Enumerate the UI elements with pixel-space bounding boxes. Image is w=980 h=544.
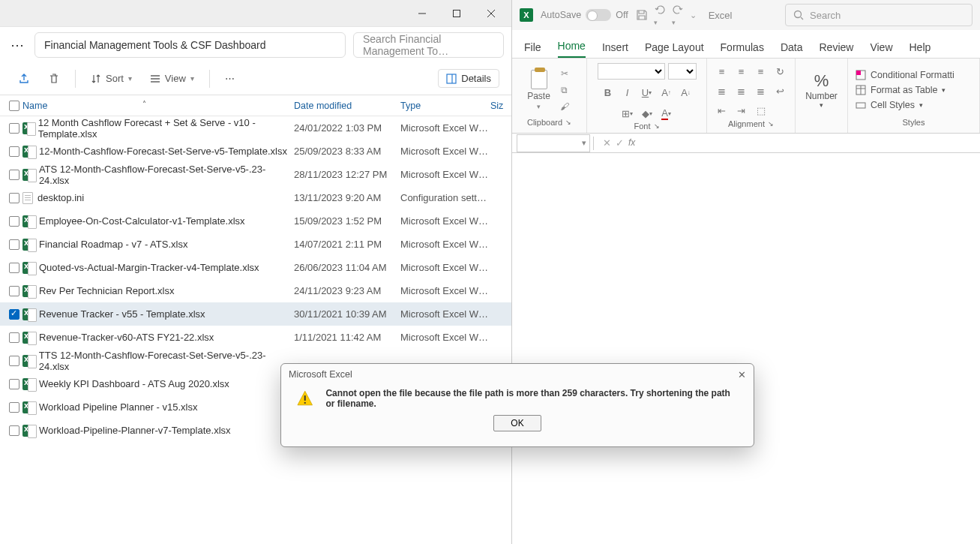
details-pane-button[interactable]: Details (438, 69, 499, 88)
ribbon-tab-view[interactable]: View (870, 41, 892, 58)
borders-button[interactable]: ⊞▾ (619, 105, 636, 122)
ribbon-tab-file[interactable]: File (524, 41, 541, 58)
align-bottom-icon[interactable]: ≡ (753, 63, 769, 80)
address-bar[interactable]: Financial Management Tools & CSF Dashboa… (34, 32, 346, 58)
column-name[interactable]: Name ˄ (22, 101, 294, 111)
font-color-button[interactable]: A▾ (658, 105, 675, 122)
select-all-checkbox[interactable] (6, 101, 22, 111)
name-box[interactable]: ▾ (517, 134, 590, 152)
share-button[interactable] (12, 70, 36, 88)
redo-icon[interactable]: ▾ (672, 4, 684, 27)
cut-icon[interactable]: ✂ (558, 68, 571, 79)
grow-font-button[interactable]: A↑ (658, 84, 675, 101)
italic-button[interactable]: I (619, 84, 636, 101)
column-type[interactable]: Type (400, 101, 490, 111)
file-row[interactable]: 12-Month-Cashflow-Forecast-Set-Serve-v5-… (0, 140, 511, 163)
row-checkbox[interactable] (6, 170, 22, 180)
row-checkbox[interactable] (6, 216, 22, 227)
merge-icon[interactable]: ⬚ (753, 102, 769, 119)
row-checkbox[interactable] (6, 309, 22, 320)
save-icon[interactable] (636, 9, 648, 21)
column-size[interactable]: Siz (490, 101, 511, 111)
file-row[interactable]: 12 Month Cashflow Forecast + Set & Serve… (0, 116, 511, 140)
row-checkbox[interactable] (6, 425, 22, 436)
column-headers: Name ˄ Date modified Type Siz (0, 95, 511, 116)
close-button[interactable] (474, 2, 508, 25)
paste-button[interactable]: Paste ▾ (527, 70, 550, 110)
ribbon-tab-insert[interactable]: Insert (602, 41, 628, 58)
customize-qat-icon[interactable]: ⌄ (690, 11, 697, 20)
row-checkbox[interactable] (6, 356, 22, 366)
enter-formula-icon[interactable]: ✓ (616, 137, 624, 149)
ribbon-tab-home[interactable]: Home (558, 40, 586, 58)
row-checkbox[interactable] (6, 239, 22, 250)
row-checkbox[interactable] (6, 332, 22, 343)
align-right-icon[interactable]: ≣ (753, 83, 769, 99)
file-date: 14/07/2021 2:11 PM (294, 239, 400, 250)
shrink-font-button[interactable]: A↓ (678, 84, 694, 101)
column-date[interactable]: Date modified (294, 101, 400, 111)
ok-button[interactable]: OK (493, 415, 541, 431)
dialog-launcher-icon[interactable]: ↘ (565, 119, 571, 126)
fx-icon[interactable]: fx (628, 137, 635, 149)
align-middle-icon[interactable]: ≡ (733, 63, 750, 80)
more-icon[interactable]: ⋯ (7, 37, 27, 53)
align-top-icon[interactable]: ≡ (714, 63, 730, 80)
row-checkbox[interactable] (6, 263, 22, 273)
formula-input[interactable] (641, 134, 980, 152)
file-row[interactable]: Employee-On-Cost-Calculator-v1-Template.… (0, 209, 511, 233)
bold-button[interactable]: B (600, 84, 616, 101)
file-row[interactable]: Revenue-Tracker-v60-ATS FY21-22.xlsx 1/1… (0, 326, 511, 349)
row-checkbox[interactable] (6, 286, 22, 296)
font-size-select[interactable] (668, 63, 697, 80)
row-checkbox[interactable] (6, 379, 22, 389)
fill-color-button[interactable]: ◆▾ (639, 105, 655, 122)
number-format-button[interactable]: % Number ▾ (805, 71, 838, 109)
cell-styles-button[interactable]: Cell Styles▾ (856, 100, 923, 110)
delete-button[interactable] (42, 70, 66, 88)
file-row[interactable]: desktop.ini 13/11/2023 9:20 AM Configura… (0, 186, 511, 209)
align-center-icon[interactable]: ≣ (733, 83, 750, 99)
copy-icon[interactable]: ⧉ (558, 85, 571, 95)
ribbon-tab-formulas[interactable]: Formulas (721, 41, 764, 58)
ribbon-tab-help[interactable]: Help (910, 41, 931, 58)
ribbon-tab-review[interactable]: Review (820, 41, 854, 58)
format-painter-icon[interactable]: 🖌 (558, 101, 571, 112)
orientation-icon[interactable]: ↻ (772, 63, 789, 80)
file-row[interactable]: Financial Roadmap - v7 - ATS.xlsx 14/07/… (0, 233, 511, 256)
align-left-icon[interactable]: ≣ (714, 83, 730, 99)
undo-icon[interactable]: ▾ (654, 4, 666, 27)
close-dialog-button[interactable]: ✕ (738, 369, 746, 380)
autosave-toggle[interactable]: AutoSave Off (541, 9, 628, 21)
ribbon-tab-page-layout[interactable]: Page Layout (645, 41, 704, 58)
file-row[interactable]: ATS 12-Month-Cashflow-Forecast-Set-Serve… (0, 163, 511, 186)
overflow-button[interactable]: ⋯ (219, 70, 241, 87)
row-checkbox[interactable] (6, 193, 22, 203)
underline-button[interactable]: U▾ (639, 84, 655, 101)
file-row[interactable]: Quoted-vs-Actual-Margin-Tracker-v4-Templ… (0, 256, 511, 279)
dialog-launcher-icon[interactable]: ↘ (654, 122, 660, 130)
cancel-formula-icon[interactable]: ✕ (603, 137, 611, 149)
file-row[interactable]: Rev Per Technician Report.xlsx 24/11/202… (0, 279, 511, 302)
row-checkbox[interactable] (6, 146, 22, 157)
minimize-button[interactable] (405, 2, 439, 25)
file-date: 26/06/2023 11:04 AM (294, 262, 400, 273)
svg-rect-18 (304, 402, 306, 404)
increase-indent-icon[interactable]: ⇥ (733, 102, 750, 119)
excel-search[interactable]: Search (785, 4, 973, 26)
font-family-select[interactable] (598, 63, 665, 80)
sort-button[interactable]: Sort ▾ (85, 70, 138, 87)
maximize-button[interactable] (439, 2, 474, 25)
row-checkbox[interactable] (6, 123, 22, 134)
row-checkbox[interactable] (6, 402, 22, 413)
file-row[interactable]: Revenue Tracker - v55 - Template.xlsx 30… (0, 302, 511, 326)
explorer-search[interactable]: Search Financial Management To… (353, 32, 504, 58)
view-button[interactable]: View ▾ (144, 70, 200, 87)
wrap-text-icon[interactable]: ↩ (772, 83, 789, 99)
format-as-table-button[interactable]: Format as Table▾ (856, 85, 946, 95)
conditional-formatting-button[interactable]: Conditional Formatti (856, 70, 955, 80)
dialog-launcher-icon[interactable]: ↘ (768, 120, 774, 128)
file-name: Workload-Pipeline-Planner-v7-Template.xl… (39, 425, 231, 436)
ribbon-tab-data[interactable]: Data (781, 41, 803, 58)
decrease-indent-icon[interactable]: ⇤ (714, 102, 730, 119)
